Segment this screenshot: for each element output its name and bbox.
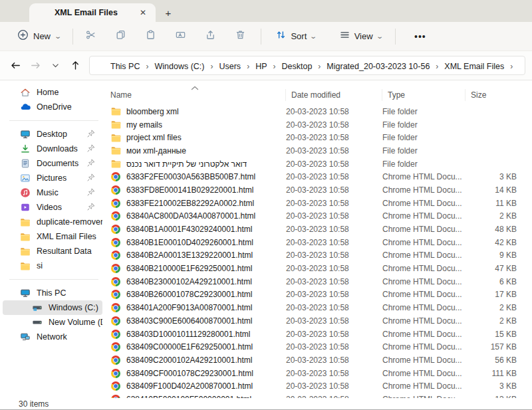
chrome-icon — [111, 303, 120, 312]
sidebar-item-music[interactable]: Music — [3, 185, 102, 200]
folder-row[interactable]: мои xml-данные20-03-2023 10:58File folde… — [105, 144, 532, 157]
sidebar-item-xml-email-files[interactable]: XML Email Files — [3, 229, 102, 244]
file-row[interactable]: 638403C900E6006400870001.html20-03-2023 … — [105, 314, 532, 328]
cut-button[interactable] — [76, 25, 106, 48]
recent-locations-button[interactable] — [45, 56, 65, 76]
share-button[interactable] — [196, 25, 225, 48]
name-cell: 638409F100D402A200870001.html — [105, 381, 286, 391]
file-size: 2 KB — [466, 303, 517, 312]
sidebar-item-videos[interactable]: Videos — [3, 200, 102, 215]
sidebar-item-this-pc[interactable]: This PC — [3, 286, 102, 300]
date-modified: 20-03-2023 10:58 — [286, 381, 382, 391]
cut-icon — [85, 29, 96, 43]
date-modified: 20-03-2023 10:58 — [286, 316, 382, 326]
address-input[interactable]: This PC›Windows (C:)›Users›HP›Desktop›Mi… — [89, 56, 525, 75]
sidebar-item-windows-c[interactable]: Windows (C:) — [3, 300, 102, 315]
sidebar-item-documents[interactable]: Documents — [3, 156, 102, 171]
breadcrumb-item[interactable]: Users — [217, 60, 242, 73]
back-button[interactable] — [5, 56, 25, 76]
file-row[interactable]: 63840AC800DA034A00870001.html20-03-2023 … — [105, 210, 532, 223]
chrome-icon — [111, 211, 120, 221]
file-row[interactable]: 63840B260001078C29230001.html20-03-2023 … — [105, 288, 532, 302]
file-row[interactable]: 638409CF0001078C29230001.html20-03-2023 … — [105, 367, 532, 380]
column-header-date-modified[interactable]: Date modified — [286, 89, 382, 101]
sort-button[interactable]: Sort ⌄ — [269, 25, 322, 47]
paste-button[interactable] — [136, 25, 166, 48]
breadcrumb-item[interactable]: This PC — [109, 60, 141, 73]
file-row[interactable]: 638401A200F9013A00870001.html20-03-2023 … — [105, 301, 532, 314]
up-button[interactable] — [65, 56, 85, 76]
file-row[interactable]: 63840B1A0001F43029240001.html20-03-2023 … — [105, 223, 532, 236]
date-modified: 20-03-2023 10:58 — [286, 369, 382, 378]
folder-row[interactable]: דואר אלקטרוני של תיקיית דואר נכנס20-03-2… — [105, 157, 532, 171]
breadcrumb-item[interactable]: HP — [254, 60, 268, 73]
breadcrumb-item[interactable]: Desktop — [281, 60, 314, 73]
breadcrumb-chevron-icon[interactable]: › — [313, 62, 325, 71]
file-row[interactable]: 6383FE210002EB82292A0002.html20-03-2023 … — [105, 197, 532, 210]
sidebar-item-onedrive[interactable]: OneDrive — [3, 100, 102, 114]
new-button[interactable]: New ⌄ — [12, 25, 66, 47]
status-bar: 30 items — [0, 398, 532, 409]
folder-icon — [20, 231, 31, 242]
new-tab-button[interactable]: + — [160, 5, 177, 21]
breadcrumb-item[interactable]: Windows (C:) — [153, 60, 205, 73]
breadcrumb-chevron-icon[interactable]: › — [269, 62, 281, 71]
name-cell: דואר אלקטרוני של תיקיית דואר נכנס — [105, 159, 286, 169]
paste-icon — [145, 29, 156, 43]
date-modified: 20-03-2023 10:58 — [286, 238, 382, 247]
sidebar-item-si[interactable]: si — [3, 258, 102, 273]
more-options-button[interactable]: ••• — [408, 27, 433, 46]
sidebar-item-label: si — [37, 261, 43, 270]
sidebar-item-pictures[interactable]: Pictures — [3, 171, 102, 185]
file-row[interactable]: 638403D10001011129280001.html20-03-2023 … — [105, 328, 532, 341]
column-header-size[interactable]: Size — [466, 89, 521, 101]
chevron-down-icon: ⌄ — [310, 33, 318, 40]
file-name: 638409C00000E1F629250001.html — [126, 342, 253, 352]
breadcrumb-chevron-icon[interactable]: › — [505, 62, 517, 71]
sidebar-item-network[interactable]: Network — [3, 330, 102, 344]
folder-row[interactable]: my emails20-03-2023 10:58File folder — [105, 118, 532, 132]
file-name: 638409C2000102A429210001.html — [126, 356, 253, 365]
sidebar-item-downloads[interactable]: Downloads — [3, 142, 102, 156]
file-row[interactable]: 638409C00000E1F629250001.html20-03-2023 … — [105, 340, 532, 354]
file-row[interactable]: 638409F100D402A200870001.html20-03-2023 … — [105, 379, 532, 393]
breadcrumb-item[interactable]: XML Email Files — [443, 60, 505, 73]
file-type: File folder — [382, 159, 466, 169]
sidebar-item-resultant-data[interactable]: Resultant Data — [3, 244, 102, 258]
file-size: 9 KB — [466, 251, 517, 260]
file-row[interactable]: 63840B23000102A429210001.html20-03-2023 … — [105, 275, 532, 288]
folder-row[interactable]: bloomberg xml20-03-2023 10:58File folder — [105, 105, 532, 118]
folder-row[interactable]: project xml files20-03-2023 10:58File fo… — [105, 131, 532, 144]
forward-button[interactable] — [25, 56, 45, 76]
file-row[interactable]: 6383F2FE00030A563BB500B7.html20-03-2023 … — [105, 170, 532, 183]
copy-button[interactable] — [106, 25, 136, 48]
file-row[interactable]: 638409C2000102A429210001.html20-03-2023 … — [105, 354, 532, 367]
sidebar-item-label: Network — [37, 332, 67, 342]
file-type: Chrome HTML Docu... — [382, 356, 466, 365]
breadcrumb-item[interactable]: Migrated_20-03-2023 10-56 — [325, 60, 431, 73]
sidebar-item-new-volume-d[interactable]: New Volume (D:) — [3, 315, 102, 330]
breadcrumb-chevron-icon[interactable]: › — [205, 62, 217, 71]
chevron-down-icon: ⌄ — [54, 33, 62, 40]
file-row[interactable]: 6383FD8E000141B029220001.html20-03-2023 … — [105, 183, 532, 197]
column-header-type[interactable]: Type — [382, 89, 466, 101]
command-toolbar: New ⌄ Sort ⌄ View ⌄ ••• — [0, 22, 532, 51]
breadcrumb-chevron-icon[interactable]: › — [141, 62, 153, 71]
file-type: File folder — [382, 133, 466, 142]
breadcrumb-chevron-icon[interactable]: › — [242, 62, 254, 71]
rename-button[interactable] — [166, 25, 196, 48]
file-row[interactable]: 63840B210000E1F629250001.html20-03-2023 … — [105, 262, 532, 275]
sidebar-item-duplicate-remover[interactable]: duplicate-remover — [3, 215, 102, 229]
file-row[interactable]: 638410B5000100F500000001.html20-03-2023 … — [105, 393, 532, 398]
sidebar-item-home[interactable]: Home — [3, 85, 102, 100]
breadcrumb-chevron-icon[interactable]: › — [431, 62, 443, 71]
close-tab-icon[interactable]: ✕ — [136, 5, 150, 20]
view-button[interactable]: View ⌄ — [333, 25, 388, 47]
file-row[interactable]: 63840B1E00010D4029260001.html20-03-2023 … — [105, 236, 532, 249]
desktop-icon — [20, 129, 31, 140]
sidebar-item-desktop[interactable]: Desktop — [3, 127, 102, 142]
file-row[interactable]: 63840B2A00013E1329220001.html20-03-2023 … — [105, 249, 532, 262]
delete-button[interactable] — [225, 25, 255, 48]
tab-xml-email-files[interactable]: XML Email Files ✕ — [29, 3, 156, 22]
file-size: 48 KB — [466, 225, 517, 234]
